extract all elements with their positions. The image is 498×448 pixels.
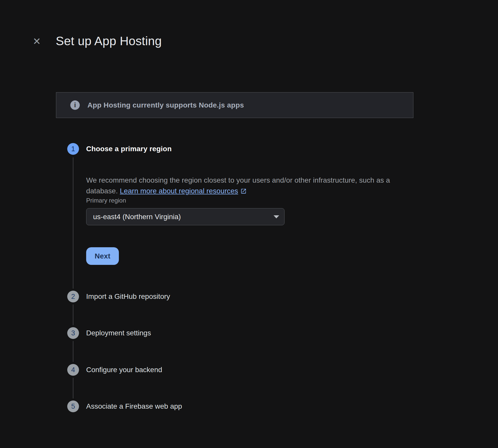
primary-region-select[interactable]: us-east4 (Northern Virginia): [86, 208, 285, 225]
region-description: We recommend choosing the region closest…: [86, 175, 404, 197]
step-1-number-badge: 1: [67, 143, 79, 155]
open-in-new-icon: [240, 187, 247, 197]
caret-down-icon: [274, 215, 279, 218]
step-2-import-github-repository: 2 Import a GitHub repository: [67, 291, 170, 302]
step-2-number-badge: 2: [67, 291, 79, 302]
step-3-label: Deployment settings: [86, 329, 151, 337]
step-1-choose-primary-region: 1 Choose a primary region: [67, 143, 172, 155]
stepper-connector: [73, 341, 73, 362]
stepper-connector: [73, 304, 73, 325]
primary-region-field-label: Primary region: [86, 197, 126, 204]
info-banner: i App Hosting currently supports Node.js…: [56, 92, 413, 118]
primary-region-selected-value: us-east4 (Northern Virginia): [93, 213, 274, 221]
next-button[interactable]: Next: [86, 247, 119, 265]
step-1-label: Choose a primary region: [86, 145, 172, 153]
step-5-associate-firebase-web-app: 5 Associate a Firebase web app: [67, 400, 182, 412]
stepper-connector: [73, 157, 73, 289]
step-4-configure-your-backend: 4 Configure your backend: [67, 364, 162, 376]
step-4-number-badge: 4: [67, 364, 79, 376]
page-title: Set up App Hosting: [56, 34, 162, 48]
step-2-label: Import a GitHub repository: [86, 292, 170, 301]
step-3-number-badge: 3: [67, 327, 79, 339]
close-icon[interactable]: ✕: [29, 34, 44, 49]
step-4-label: Configure your backend: [86, 366, 162, 374]
stepper-connector: [73, 378, 73, 398]
step-5-label: Associate a Firebase web app: [86, 402, 182, 410]
step-5-number-badge: 5: [67, 400, 79, 412]
step-3-deployment-settings: 3 Deployment settings: [67, 327, 151, 339]
banner-message: App Hosting currently supports Node.js a…: [87, 101, 244, 109]
setup-app-hosting-page: ✕ Set up App Hosting i App Hosting curre…: [0, 0, 498, 448]
info-icon: i: [70, 100, 80, 110]
learn-more-regional-resources-link[interactable]: Learn more about regional resources: [120, 187, 238, 195]
